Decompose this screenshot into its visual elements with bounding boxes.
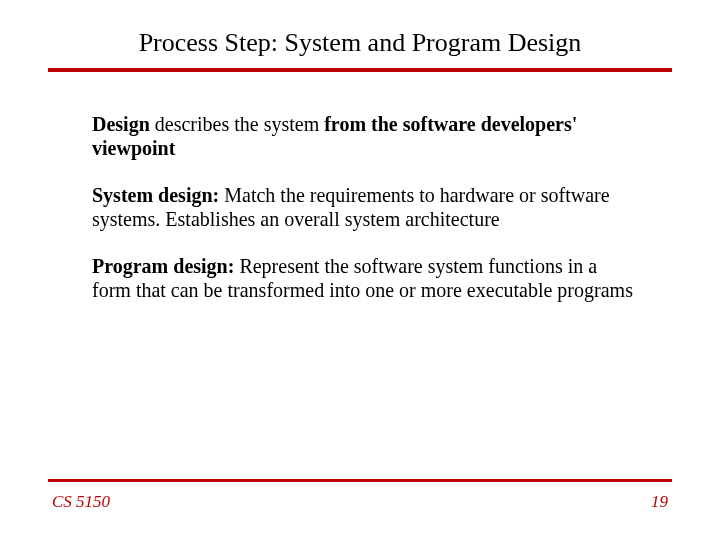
bold-system-design: System design: — [92, 184, 219, 206]
footer-course-code: CS 5150 — [52, 492, 110, 512]
bold-design: Design — [92, 113, 150, 135]
slide-footer: CS 5150 19 — [48, 492, 672, 516]
slide-body: Design describes the system from the sof… — [48, 112, 672, 479]
footer-page-number: 19 — [651, 492, 668, 512]
slide-title: Process Step: System and Program Design — [48, 28, 672, 58]
footer-divider — [48, 479, 672, 482]
paragraph-system-design: System design: Match the requirements to… — [92, 183, 636, 232]
text-describes: describes the system — [150, 113, 324, 135]
bold-program-design: Program design: — [92, 255, 234, 277]
paragraph-design-describes: Design describes the system from the sof… — [92, 112, 636, 161]
paragraph-program-design: Program design: Represent the software s… — [92, 254, 636, 303]
title-divider — [48, 68, 672, 72]
slide: Process Step: System and Program Design … — [0, 0, 720, 540]
